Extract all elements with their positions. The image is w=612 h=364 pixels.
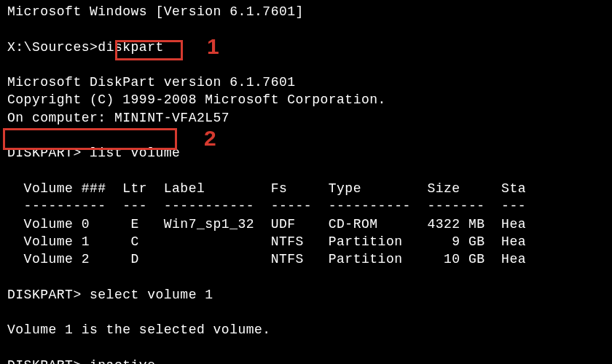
selected-volume-msg: Volume 1 is the selected volume. bbox=[7, 321, 605, 339]
prompt-line-4[interactable]: DISKPART> inactive bbox=[7, 357, 605, 364]
callout-number-2: 2 bbox=[204, 124, 216, 154]
blank-line bbox=[7, 127, 605, 144]
command-inactive: inactive bbox=[82, 358, 156, 364]
table-row: Volume 0 E Win7_sp1_32 UDF CD-ROM 4322 M… bbox=[7, 215, 605, 233]
command-list-volume: list volume bbox=[82, 146, 181, 160]
on-computer-line: On computer: MININT-VFA2L57 bbox=[7, 109, 605, 127]
command-select-volume: select volume 1 bbox=[82, 288, 213, 302]
prompt-line-2[interactable]: DISKPART> list volume bbox=[7, 144, 605, 162]
copyright-line: Copyright (C) 1999-2008 Microsoft Corpor… bbox=[7, 91, 605, 108]
diskpart-prompt: DISKPART> bbox=[7, 288, 82, 302]
blank-line bbox=[7, 56, 605, 74]
blank-line bbox=[7, 304, 605, 321]
callout-number-1: 1 bbox=[207, 32, 219, 62]
prompt-line-3[interactable]: DISKPART> select volume 1 bbox=[7, 286, 605, 304]
prompt-path: X:\Sources> bbox=[7, 40, 98, 55]
diskpart-prompt: DISKPART> bbox=[7, 146, 82, 160]
diskpart-version-line: Microsoft DiskPart version 6.1.7601 bbox=[7, 74, 605, 91]
table-row: Volume 2 D NTFS Partition 10 GB Hea bbox=[7, 250, 605, 268]
windows-version-line: Microsoft Windows [Version 6.1.7601] bbox=[7, 3, 605, 20]
table-row: Volume 1 C NTFS Partition 9 GB Hea bbox=[7, 233, 605, 250]
table-header-row: Volume ### Ltr Label Fs Type Size Sta bbox=[7, 180, 605, 197]
table-divider: ---------- --- ----------- ----- -------… bbox=[7, 197, 605, 215]
blank-line bbox=[7, 339, 605, 357]
command-diskpart: diskpart bbox=[98, 40, 163, 55]
prompt-line-1[interactable]: X:\Sources>diskpart bbox=[7, 39, 605, 56]
blank-line bbox=[7, 162, 605, 180]
blank-line bbox=[7, 20, 605, 38]
blank-line bbox=[7, 268, 605, 285]
diskpart-prompt: DISKPART> bbox=[7, 358, 82, 364]
